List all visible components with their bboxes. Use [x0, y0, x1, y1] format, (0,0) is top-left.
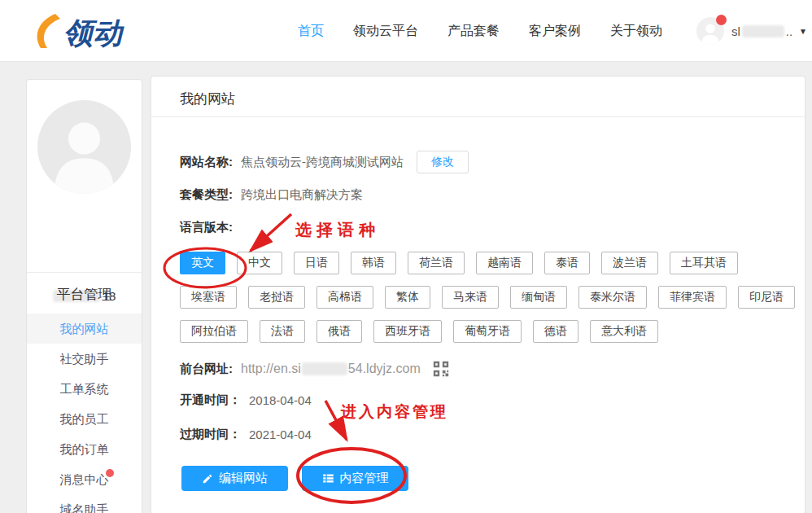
- nav-item-link[interactable]: 领动云平台: [353, 23, 418, 40]
- sidebar-item[interactable]: 域名助手: [27, 494, 142, 513]
- sidebar-item[interactable]: 消息中心: [27, 464, 142, 494]
- site-name-row: 网站名称: 焦点领动云-跨境商城测试网站 修改: [180, 150, 469, 174]
- sidebar-item-label: 社交助手: [60, 352, 109, 366]
- site-url-label: 前台网址:: [180, 362, 233, 377]
- top-navbar: 领动 首页领动云平台产品套餐客户案例关于领动 sl .. ▼: [0, 0, 812, 62]
- language-button[interactable]: 西班牙语: [373, 320, 442, 343]
- avatar-icon: [37, 100, 131, 194]
- action-label: 编辑网站: [219, 471, 268, 486]
- language-button[interactable]: 英文: [180, 252, 225, 274]
- language-button[interactable]: 法语: [260, 320, 305, 343]
- edit-site-button[interactable]: 编辑网站: [181, 466, 288, 491]
- language-button[interactable]: 马来语: [442, 286, 499, 309]
- expire-time-row: 过期时间： 2021-04-04: [180, 427, 312, 442]
- page: 领动 首页领动云平台产品套餐客户案例关于领动 sl .. ▼: [0, 0, 812, 513]
- user-avatar: [696, 17, 724, 45]
- package-label: 套餐类型:: [180, 187, 233, 203]
- action-label: 内容管理: [340, 471, 389, 486]
- language-button[interactable]: 缅甸语: [510, 286, 567, 309]
- site-url-value: http://en.si 54.ldyjz.com: [241, 362, 421, 376]
- language-label-row: 语言版本:: [180, 220, 233, 235]
- sidebar-item[interactable]: 我的员工: [27, 404, 142, 434]
- package-value: 跨境出口电商解决方案: [241, 187, 363, 203]
- notification-dot: [106, 469, 114, 477]
- profile-avatar: [37, 100, 131, 194]
- username: sl ..: [731, 24, 792, 38]
- language-button[interactable]: 俄语: [317, 320, 362, 343]
- language-button[interactable]: 韩语: [351, 252, 396, 274]
- pencil-icon: [202, 473, 213, 484]
- language-button[interactable]: 日语: [294, 252, 339, 274]
- language-button[interactable]: 印尼语: [738, 286, 795, 309]
- language-button[interactable]: 德语: [533, 320, 578, 343]
- url-prefix: http://en.si: [241, 362, 301, 376]
- sidebar-item[interactable]: 工单系统: [27, 374, 142, 404]
- url-suffix: 54.ldyjz.com: [348, 362, 421, 376]
- sidebar-item-label: 我的网站: [60, 322, 109, 335]
- username-blur: [742, 25, 784, 37]
- action-buttons: 编辑网站内容管理: [181, 466, 408, 491]
- language-button[interactable]: 泰米尔语: [578, 286, 647, 309]
- sidebar: 18 企业用户 平台管理 我的网站社交助手工单系统我的员工我的订单消息中心域名助…: [26, 79, 142, 513]
- language-row-2: 埃塞语老挝语高棉语繁体马来语缅甸语泰米尔语菲律宾语印尼语: [180, 286, 795, 309]
- nav-item-active[interactable]: 首页: [298, 23, 324, 40]
- language-button[interactable]: 老挝语: [248, 286, 305, 309]
- language-button[interactable]: 菲律宾语: [658, 286, 727, 309]
- language-button[interactable]: 高棉语: [317, 286, 373, 309]
- sidebar-item[interactable]: 我的网站: [27, 314, 142, 344]
- open-time-value: 2018-04-04: [249, 393, 312, 407]
- sidebar-item-label: 域名助手: [60, 502, 109, 513]
- sidebar-divider: [27, 272, 142, 273]
- open-time-label: 开通时间：: [180, 392, 241, 408]
- expire-time-value: 2021-04-04: [249, 428, 312, 441]
- site-name-value: 焦点领动云-跨境商城测试网站: [241, 155, 404, 170]
- notification-dot: [716, 15, 727, 25]
- nav-item-link[interactable]: 关于领动: [610, 23, 662, 40]
- my-website-panel: 我的网站 网站名称: 焦点领动云-跨境商城测试网站 修改 套餐类型: 跨境出口电…: [151, 76, 805, 513]
- language-label: 语言版本:: [180, 220, 233, 235]
- modify-button[interactable]: 修改: [417, 151, 469, 173]
- sidebar-section-title: 平台管理: [27, 285, 142, 304]
- sidebar-item-label: 工单系统: [60, 382, 109, 396]
- chevron-down-icon: ▼: [799, 27, 807, 36]
- language-button[interactable]: 越南语: [476, 252, 533, 274]
- language-button[interactable]: 葡萄牙语: [453, 320, 522, 343]
- language-button[interactable]: 中文: [237, 252, 282, 274]
- expire-time-label: 过期时间：: [180, 427, 241, 442]
- language-button[interactable]: 埃塞语: [180, 286, 237, 309]
- username-prefix: sl: [731, 24, 740, 38]
- header-nav: 首页领动云平台产品套餐客户案例关于领动: [298, 0, 662, 62]
- language-button[interactable]: 土耳其语: [670, 252, 738, 274]
- language-button[interactable]: 繁体: [385, 286, 430, 309]
- language-button[interactable]: 荷兰语: [408, 252, 465, 274]
- qr-code-icon[interactable]: [432, 360, 450, 378]
- content-manage-button[interactable]: 内容管理: [302, 466, 408, 491]
- sidebar-menu: 我的网站社交助手工单系统我的员工我的订单消息中心域名助手: [27, 314, 142, 513]
- site-name-label: 网站名称:: [180, 155, 233, 170]
- sidebar-item[interactable]: 我的订单: [27, 434, 142, 464]
- list-icon: [322, 472, 334, 484]
- brand-logo[interactable]: 领动: [29, 7, 151, 55]
- title-divider: [151, 116, 805, 117]
- user-menu[interactable]: sl .. ▼: [696, 0, 807, 62]
- sidebar-item-label: 消息中心: [60, 472, 109, 486]
- language-row-3: 阿拉伯语法语俄语西班牙语葡萄牙语德语意大利语: [180, 320, 658, 343]
- nav-item-link[interactable]: 客户案例: [529, 23, 581, 40]
- logo-swoosh: [37, 14, 60, 48]
- sidebar-item-label: 我的员工: [60, 412, 109, 426]
- username-suffix: ..: [786, 24, 792, 38]
- sidebar-item-label: 我的订单: [60, 442, 109, 456]
- url-blur: [302, 362, 347, 375]
- language-button[interactable]: 意大利语: [590, 320, 658, 343]
- site-url-row: 前台网址: http://en.si 54.ldyjz.com: [180, 358, 450, 379]
- open-time-row: 开通时间： 2018-04-04: [180, 392, 312, 408]
- package-row: 套餐类型: 跨境出口电商解决方案: [180, 187, 363, 203]
- language-button[interactable]: 泰语: [544, 252, 590, 274]
- language-row-1: 英文中文日语韩语荷兰语越南语泰语波兰语土耳其语: [180, 252, 738, 274]
- nav-item-link[interactable]: 产品套餐: [447, 23, 500, 40]
- language-button[interactable]: 阿拉伯语: [180, 320, 248, 343]
- logo-text: 领动: [63, 16, 124, 50]
- language-button[interactable]: 波兰语: [601, 252, 658, 274]
- sidebar-item[interactable]: 社交助手: [27, 344, 142, 374]
- page-title: 我的网站: [180, 90, 235, 108]
